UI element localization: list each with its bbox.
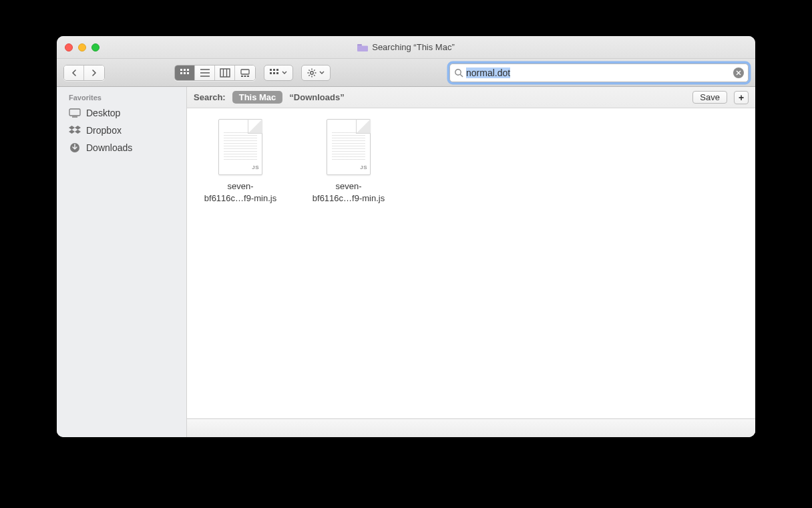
svg-rect-19 <box>276 69 278 71</box>
svg-rect-6 <box>187 72 189 74</box>
list-view-button[interactable] <box>195 66 215 80</box>
svg-rect-4 <box>180 72 182 74</box>
svg-rect-2 <box>184 69 186 71</box>
gallery-view-button[interactable] <box>235 66 255 80</box>
search-scope-bar: Search: This Mac “Downloads” Save + <box>187 87 755 108</box>
save-search-button[interactable]: Save <box>692 91 727 104</box>
action-button[interactable] <box>301 65 331 81</box>
svg-marker-39 <box>75 130 81 134</box>
forward-button[interactable] <box>84 66 104 80</box>
add-criteria-button[interactable]: + <box>734 91 749 104</box>
view-mode-buttons <box>174 65 256 81</box>
file-item[interactable]: JS seven- bf6116c…f9-min.js <box>194 119 287 204</box>
desktop-icon <box>69 108 81 118</box>
svg-rect-5 <box>184 72 186 74</box>
svg-rect-20 <box>270 72 272 74</box>
svg-line-29 <box>314 75 315 76</box>
js-file-icon: JS <box>218 119 262 175</box>
svg-line-33 <box>460 74 463 77</box>
svg-marker-38 <box>69 130 75 134</box>
svg-rect-34 <box>69 109 80 116</box>
search-icon <box>454 68 463 78</box>
sidebar: Favorites Desktop Dropbox Downloads <box>57 87 187 437</box>
file-name: seven- bf6116c…f9-min.js <box>313 180 385 204</box>
smart-folder-icon <box>357 43 368 52</box>
sidebar-item-desktop[interactable]: Desktop <box>57 104 186 122</box>
svg-marker-36 <box>69 126 75 130</box>
sidebar-header-favorites: Favorites <box>57 91 186 104</box>
svg-rect-18 <box>273 69 275 71</box>
svg-rect-3 <box>187 69 189 71</box>
status-bar <box>187 418 755 437</box>
file-grid[interactable]: JS seven- bf6116c…f9-min.js JS <box>187 108 755 418</box>
svg-rect-15 <box>244 76 246 77</box>
file-name: seven- bf6116c…f9-min.js <box>204 180 276 204</box>
scope-downloads[interactable]: “Downloads” <box>289 92 344 102</box>
sidebar-item-label: Downloads <box>86 142 132 153</box>
sidebar-item-label: Dropbox <box>86 125 122 136</box>
svg-rect-10 <box>220 69 230 77</box>
svg-rect-21 <box>273 72 275 74</box>
search-field-wrap <box>449 64 749 82</box>
finder-window: Searching “This Mac” <box>57 36 755 437</box>
close-button[interactable] <box>65 43 73 51</box>
svg-rect-17 <box>270 69 272 71</box>
sidebar-item-downloads[interactable]: Downloads <box>57 139 186 156</box>
svg-line-28 <box>309 70 309 70</box>
svg-rect-16 <box>247 76 249 77</box>
icon-view-button[interactable] <box>175 66 195 80</box>
window-controls <box>57 43 99 51</box>
nav-buttons <box>63 65 105 81</box>
chevron-down-icon <box>319 71 325 75</box>
clear-search-button[interactable] <box>733 68 744 78</box>
window-title: Searching “This Mac” <box>372 42 455 52</box>
svg-point-32 <box>455 69 461 74</box>
scope-this-mac[interactable]: This Mac <box>232 91 283 104</box>
svg-rect-0 <box>357 44 362 45</box>
sidebar-item-label: Desktop <box>86 108 120 118</box>
svg-line-31 <box>309 75 309 76</box>
dropbox-icon <box>69 126 81 135</box>
file-item[interactable]: JS seven- bf6116c…f9-min.js <box>302 119 395 204</box>
svg-rect-22 <box>276 72 278 74</box>
titlebar: Searching “This Mac” <box>57 36 755 59</box>
svg-rect-1 <box>180 69 182 71</box>
gear-icon <box>307 68 317 78</box>
content-area: Search: This Mac “Downloads” Save + JS <box>187 87 755 437</box>
svg-rect-13 <box>241 70 249 74</box>
toolbar <box>57 59 755 87</box>
svg-marker-37 <box>75 126 81 130</box>
chevron-down-icon <box>282 71 287 75</box>
column-view-button[interactable] <box>215 66 235 80</box>
downloads-icon <box>69 142 81 153</box>
svg-point-23 <box>311 71 313 74</box>
sidebar-item-dropbox[interactable]: Dropbox <box>57 122 186 139</box>
zoom-button[interactable] <box>91 43 99 51</box>
search-input[interactable] <box>466 68 733 78</box>
window-body: Favorites Desktop Dropbox Downloads <box>57 87 755 437</box>
back-button[interactable] <box>64 66 84 80</box>
group-by-button[interactable] <box>264 65 293 81</box>
minimize-button[interactable] <box>78 43 86 51</box>
svg-line-30 <box>314 70 315 70</box>
search-label: Search: <box>194 92 226 102</box>
svg-rect-14 <box>241 76 243 77</box>
js-file-icon: JS <box>327 119 371 175</box>
